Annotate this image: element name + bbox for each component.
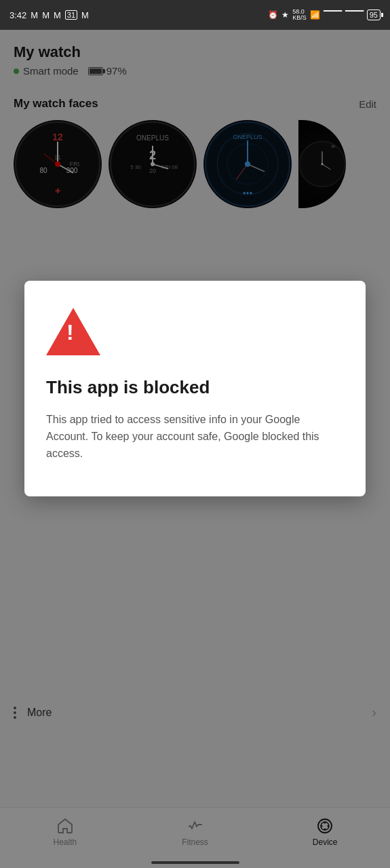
calendar-icon: 31 [65,10,77,20]
bluetooth-icon: ★ [281,10,289,20]
gmail-icon-3: M [54,10,61,20]
signal-icon-1: ▔▔▔ [324,10,342,20]
time-display: 3:42 [9,10,26,20]
wifi-icon: 📶 [310,10,320,20]
battery-status: 95 [367,10,381,20]
network-speed: 58.0KB/S [292,9,307,21]
warning-triangle-icon [46,308,100,355]
alarm-icon: ⏰ [268,10,278,20]
dialog-body: This app tried to access sensitive info … [46,412,344,462]
app-background: My watch Smart mode 97% My watch faces E… [0,30,390,868]
blocked-dialog: This app is blocked This app tried to ac… [24,281,366,496]
gmail-icon-1: M [31,10,38,20]
status-right: ⏰ ★ 58.0KB/S 📶 ▔▔▔ ▔▔▔ 95 [268,9,381,21]
dialog-warning-icon [46,308,344,358]
status-left: 3:42 M M M 31 M [9,10,89,20]
gmail-icon-2: M [42,10,50,20]
signal-icon-2: ▔▔▔ [345,10,364,20]
gmail-icon-4: M [81,10,89,20]
status-bar: 3:42 M M M 31 M ⏰ ★ 58.0KB/S 📶 ▔▔▔ ▔▔▔ 9… [0,0,390,30]
dialog-title: This app is blocked [46,377,344,398]
